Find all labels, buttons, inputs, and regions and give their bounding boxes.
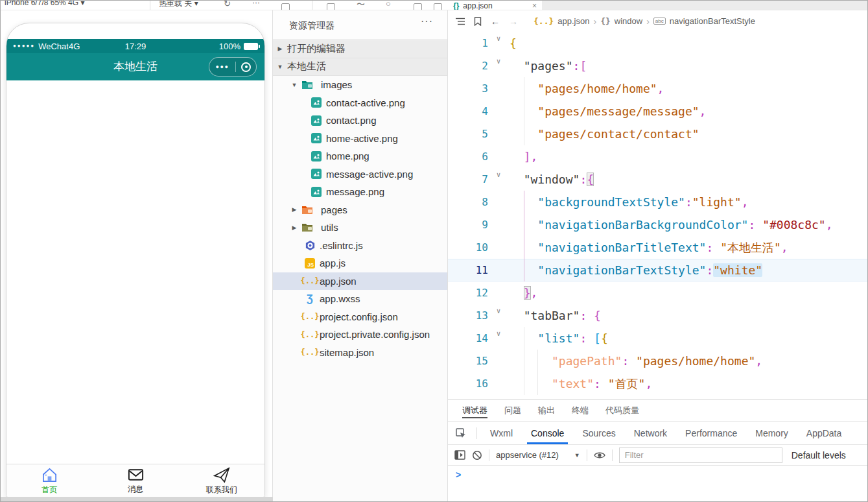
execution-context-select[interactable]: appservice (#12) <box>496 450 559 460</box>
bookmark-icon[interactable] <box>474 17 482 26</box>
console-output[interactable]: > <box>448 466 867 502</box>
tree-item-app.wxss[interactable]: Ʒapp.wxss <box>273 290 447 308</box>
panel-tab-终端[interactable]: 终端 <box>572 400 589 421</box>
layout-icon[interactable] <box>434 3 442 10</box>
phone-tab-消息[interactable]: 消息 <box>93 464 179 497</box>
nav-forward-icon[interactable]: → <box>509 16 518 27</box>
remote-debug-icon[interactable]: ○ <box>386 1 391 8</box>
code-line-14[interactable]: 14∨"list": [{ <box>448 327 867 350</box>
tree-item-app.js[interactable]: JSapp.js <box>273 254 447 272</box>
tab-app-json[interactable]: {} app.json × <box>448 1 542 10</box>
inspect-element-icon[interactable] <box>453 428 469 438</box>
fold-chevron-icon[interactable]: ∨ <box>492 50 505 73</box>
code-line-5[interactable]: 5"pages/contact/contact" <box>448 123 867 145</box>
code-line-11[interactable]: 11"navigationBarTextStyle":"white" <box>448 259 867 281</box>
panel-tab-代码质量[interactable]: 代码质量 <box>605 400 639 421</box>
devtools-tab-Network[interactable]: Network <box>625 422 676 444</box>
tree-item-project.private.config.json[interactable]: {..}project.private.config.json <box>273 326 447 344</box>
indent-guide <box>537 350 552 372</box>
nav-back-icon[interactable]: ← <box>491 16 500 27</box>
panel-tab-调试器[interactable]: 调试器 <box>462 400 487 421</box>
clear-console-icon[interactable] <box>472 450 482 460</box>
token: : <box>706 263 713 277</box>
token: "pages/message/message" <box>537 104 699 118</box>
code-line-3[interactable]: 3"pages/home/home", <box>448 77 867 100</box>
breadcrumb-segment[interactable]: app.json <box>557 16 589 26</box>
devtools-tab-Console[interactable]: Console <box>522 422 573 444</box>
tree-item-utils[interactable]: ▶utils <box>273 219 447 237</box>
console-sidebar-icon[interactable] <box>454 450 465 460</box>
tree-item-pages[interactable]: ▶pages <box>273 201 447 219</box>
devtools-tab-Wxml[interactable]: Wxml <box>481 422 522 444</box>
code-line-4[interactable]: 4"pages/message/message", <box>448 100 867 123</box>
more-actions-icon[interactable]: ●●● <box>209 64 235 70</box>
code-line-16[interactable]: 16"text": "首页", <box>448 372 867 395</box>
tree-item-app.json[interactable]: {..}app.json <box>273 272 447 291</box>
refresh-icon[interactable]: ↻ <box>224 1 231 8</box>
fold-chevron-icon[interactable]: ∨ <box>492 300 505 322</box>
explorer-more-icon[interactable]: ··· <box>421 16 433 27</box>
expand-arrow-icon[interactable]: ▼ <box>277 64 283 70</box>
tree-item-.eslintrc.js[interactable]: .eslintrc.js <box>273 237 447 255</box>
devtools-tab-Performance[interactable]: Performance <box>676 422 746 444</box>
expand-arrow-icon[interactable]: ▶ <box>291 206 298 213</box>
tree-section-本地生活[interactable]: ▼本地生活 <box>273 58 447 77</box>
tree-section-打开的编辑器[interactable]: ▶打开的编辑器 <box>273 40 447 58</box>
phone-tab-首页[interactable]: 首页 <box>6 464 93 497</box>
log-level-select[interactable]: Default levels <box>792 450 846 460</box>
token: ] <box>524 150 531 163</box>
outline-icon[interactable] <box>456 18 465 25</box>
panel-tab-输出[interactable]: 输出 <box>538 400 555 421</box>
token: { <box>594 309 601 322</box>
code-line-10[interactable]: 10"navigationBarTitleText": "本地生活", <box>448 236 867 259</box>
code-line-7[interactable]: 7∨"window":{ <box>448 168 867 191</box>
tree-item-contact-active.png[interactable]: contact-active.png <box>273 94 447 112</box>
devtools-tab-Sources[interactable]: Sources <box>573 422 624 444</box>
code-line-12[interactable]: 12}, <box>448 281 867 304</box>
code-line-15[interactable]: 15"pagePath": "pages/home/home", <box>448 350 867 372</box>
panel-tab-问题[interactable]: 问题 <box>504 400 521 421</box>
tree-item-images[interactable]: ▼images <box>273 76 447 94</box>
code-line-8[interactable]: 8"backgroundTextStyle":"light", <box>448 191 867 213</box>
tree-item-contact.png[interactable]: contact.png <box>273 112 447 130</box>
close-tab-icon[interactable]: × <box>532 1 537 10</box>
json-icon: {..} <box>304 346 316 358</box>
expand-arrow-icon[interactable]: ▶ <box>277 45 283 52</box>
code-area[interactable]: 1∨{2∨"pages":[3"pages/home/home",4"pages… <box>448 32 867 400</box>
hot-reload-menu[interactable]: 热重载 关 ▾ <box>159 1 198 9</box>
code-line-9[interactable]: 9"navigationBarBackgroundColor": "#008c8… <box>448 213 867 236</box>
code-line-1[interactable]: 1∨{ <box>448 32 867 54</box>
code-line-6[interactable]: 6], <box>448 145 867 168</box>
breadcrumb-segment[interactable]: navigationBarTextStyle <box>670 16 755 26</box>
device-menu[interactable]: iPhone 6/7/8 65% 4G ▾ <box>5 1 84 7</box>
fold-chevron-icon[interactable]: ∨ <box>492 163 505 186</box>
tree-item-home-active.png[interactable]: home-active.png <box>273 130 447 148</box>
context-caret-icon[interactable]: ▼ <box>574 452 580 459</box>
preview-icon[interactable]: 〜 <box>357 1 365 10</box>
compile-icon[interactable] <box>327 3 335 10</box>
token <box>587 309 594 322</box>
code-line-2[interactable]: 2∨"pages":[ <box>448 54 867 77</box>
tree-item-project.config.json[interactable]: {..}project.config.json <box>273 308 447 326</box>
tree-item-sitemap.json[interactable]: {..}sitemap.json <box>273 344 447 362</box>
more-menu-icon[interactable]: ··· <box>252 1 260 7</box>
console-prompt[interactable]: > <box>456 470 461 480</box>
breadcrumb-segment[interactable]: window <box>615 16 642 26</box>
panel-toggle-icon[interactable] <box>281 3 290 10</box>
breadcrumb[interactable]: {..}app.json›{}window›abcnavigationBarTe… <box>534 16 755 27</box>
live-expression-eye-icon[interactable] <box>594 451 605 460</box>
tree-item-message.png[interactable]: message.png <box>273 183 447 201</box>
devtools-tab-AppData[interactable]: AppData <box>797 422 850 444</box>
devtools-tab-Memory[interactable]: Memory <box>746 422 797 444</box>
fold-chevron-icon[interactable]: ∨ <box>492 322 505 345</box>
phone-tab-联系我们[interactable]: 联系我们 <box>178 464 264 497</box>
fold-chevron-icon[interactable]: ∨ <box>492 32 505 50</box>
split-view-icon[interactable] <box>414 3 422 10</box>
exit-miniprogram-icon[interactable] <box>236 62 256 72</box>
expand-arrow-icon[interactable]: ▼ <box>291 82 298 88</box>
tree-item-message-active.png[interactable]: message-active.png <box>273 165 447 184</box>
expand-arrow-icon[interactable]: ▶ <box>291 224 298 231</box>
code-line-13[interactable]: 13∨"tabBar": { <box>448 304 867 327</box>
console-filter-input[interactable] <box>619 448 782 463</box>
tree-item-home.png[interactable]: home.png <box>273 147 447 165</box>
